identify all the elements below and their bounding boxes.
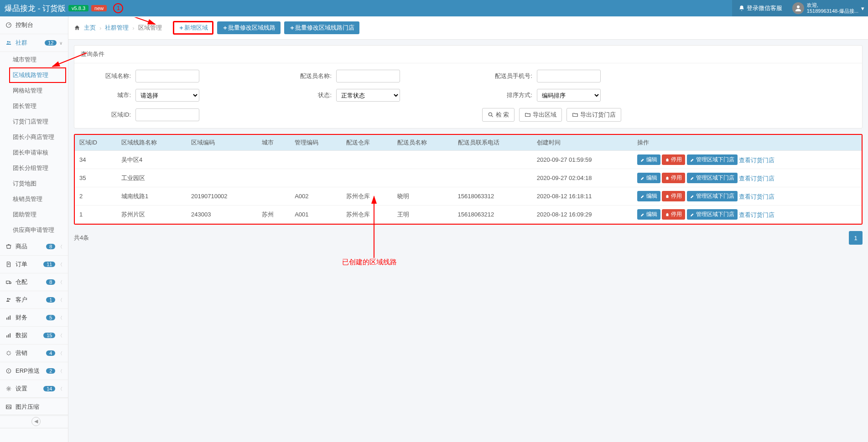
svg-point-9	[7, 298, 9, 300]
user-menu[interactable]: 欢迎,15189963148-爆品接... ▾	[789, 0, 868, 16]
table-cell	[257, 169, 290, 187]
sidebar-sub-item[interactable]: 城市管理	[0, 52, 68, 67]
edit-button[interactable]: 编辑	[637, 173, 660, 183]
sidebar-sub-item[interactable]: 供应商申请管理	[0, 222, 68, 238]
search-button[interactable]: 检 索	[482, 108, 515, 122]
area-table: 区域ID区域线路名称区域编码城市管理编码配送仓库配送员名称配送员联系电话创建时间…	[75, 135, 862, 224]
svg-line-23	[492, 116, 493, 117]
manage-stores-button[interactable]: 管理区域下门店	[687, 173, 738, 183]
sidebar-sub-item[interactable]: 团长分组管理	[0, 160, 68, 176]
sidebar-item[interactable]: 财务5 〈	[0, 309, 68, 327]
sidebar-item[interactable]: 订单11 〈	[0, 256, 68, 273]
export-area-button[interactable]: 导出区域	[519, 108, 562, 122]
column-header: 创建时间	[532, 135, 633, 151]
sidebar-item[interactable]: 数据15 〈	[0, 327, 68, 344]
table-cell: 35	[75, 169, 117, 187]
collapse-button[interactable]: ◀	[31, 417, 41, 426]
column-header: 区域ID	[75, 135, 117, 151]
table-cell: A001	[290, 206, 341, 224]
sidebar-item[interactable]: 设置14 〈	[0, 380, 68, 398]
table-cell: A002	[290, 187, 341, 206]
svg-rect-6	[6, 281, 10, 283]
table-cell: 2020-09-27 01:59:59	[532, 151, 633, 169]
batch-edit-store-button[interactable]: ＋批量修改区域线路门店	[284, 21, 359, 34]
sidebar-sub-item[interactable]: 团长管理	[0, 98, 68, 114]
sidebar-item[interactable]: 仓配8 〈	[0, 273, 68, 291]
sidebar-item-community[interactable]: 社群 12 ∨	[0, 34, 68, 52]
edit-button[interactable]: 编辑	[637, 209, 660, 220]
svg-rect-14	[6, 335, 7, 338]
city-select[interactable]: 请选择	[135, 89, 199, 102]
total-count: 共4条	[74, 234, 89, 242]
view-stores-link[interactable]: 查看订货门店	[739, 211, 774, 218]
sidebar-collapse-row: ◀	[0, 415, 68, 428]
table-cell: 城南线路1	[117, 187, 187, 206]
table-cell: 2020-09-27 02:04:18	[532, 169, 633, 187]
page-1-button[interactable]: 1	[849, 231, 863, 245]
svg-rect-15	[8, 334, 9, 338]
sidebar: 控制台 社群 12 ∨ 城市管理区域线路管理网格站管理团长管理订货门店管理团长小…	[0, 16, 68, 442]
export-store-button[interactable]: 导出订货门店	[567, 108, 621, 122]
trash-icon	[665, 176, 670, 180]
sidebar-item[interactable]: 商品8 〈	[0, 238, 68, 256]
sidebar-sub-item[interactable]: 区域线路管理	[9, 67, 66, 83]
annotation-text: 已创建的区域线路	[342, 258, 397, 267]
search-icon	[488, 112, 494, 118]
view-stores-link[interactable]: 查看订货门店	[739, 175, 774, 182]
label-sort: 排序方式:	[482, 91, 532, 99]
manage-stores-button[interactable]: 管理区域下门店	[687, 209, 738, 220]
sidebar-sub-item[interactable]: 团长申请审核	[0, 145, 68, 160]
sidebar-item[interactable]: ERP推送2 〈	[0, 362, 68, 380]
disable-button[interactable]: 停用	[662, 191, 685, 201]
table-cell	[342, 169, 393, 187]
view-stores-link[interactable]: 查看订货门店	[739, 193, 774, 200]
disable-button[interactable]: 停用	[662, 154, 685, 165]
sidebar-item-console[interactable]: 控制台	[0, 16, 68, 34]
app-title: 爆品接龙 - 订货版	[5, 3, 66, 14]
sidebar-sub-item[interactable]: 核销员管理	[0, 191, 68, 207]
filter-panel: 查询条件 区域名称: 配送员名称: 配送员手机号: 城市:请选择 状态:正常状态…	[74, 45, 863, 128]
add-area-button[interactable]: ＋新增区域	[173, 21, 213, 35]
menu-icon	[5, 243, 12, 250]
edit-button[interactable]: 编辑	[637, 154, 660, 165]
folder-icon	[572, 112, 578, 118]
crumb-community[interactable]: 社群管理	[105, 24, 129, 32]
action-cell: 编辑 停用 管理区域下门店 查看订货门店	[633, 187, 862, 206]
area-name-input[interactable]	[135, 70, 199, 82]
manage-stores-button[interactable]: 管理区域下门店	[687, 154, 738, 165]
courier-name-input[interactable]	[336, 70, 400, 82]
manage-stores-button[interactable]: 管理区域下门店	[687, 191, 738, 201]
sidebar-item[interactable]: 客户1 〈	[0, 291, 68, 309]
chevron-down-icon: ∨	[59, 41, 62, 46]
disable-button[interactable]: 停用	[662, 209, 685, 220]
top-right: 登录微信客服 欢迎,15189963148-爆品接... ▾	[732, 0, 868, 16]
crumb-home[interactable]: 主页	[84, 24, 96, 32]
sort-select[interactable]: 编码排序	[537, 89, 601, 102]
sidebar-sub-item[interactable]: 订货地图	[0, 176, 68, 191]
edit-button[interactable]: 编辑	[637, 191, 660, 201]
table-footer: 共4条 1	[74, 231, 863, 245]
batch-edit-route-button[interactable]: ＋批量修改区域线路	[217, 21, 281, 34]
column-header: 城市	[257, 135, 290, 151]
label-courier-name: 配送员名称:	[281, 72, 332, 80]
menu-icon	[5, 350, 12, 356]
badge: 8	[46, 244, 55, 249]
table-row: 2城南线路120190710002A002苏州仓库晓明1561806331220…	[75, 187, 862, 206]
view-stores-link[interactable]: 查看订货门店	[739, 157, 774, 164]
svg-rect-16	[10, 333, 10, 337]
disable-button[interactable]: 停用	[662, 173, 685, 183]
table-cell: 1	[75, 206, 117, 224]
login-wechat-cs-button[interactable]: 登录微信客服	[732, 0, 789, 16]
sidebar-item[interactable]: 营销4 〈	[0, 344, 68, 362]
sidebar-item-image-compress[interactable]: 图片压缩	[0, 398, 68, 416]
action-cell: 编辑 停用 管理区域下门店 查看订货门店	[633, 206, 862, 224]
area-id-input[interactable]	[135, 108, 199, 121]
status-select[interactable]: 正常状态	[336, 89, 400, 102]
sidebar-sub-item[interactable]: 网格站管理	[0, 83, 68, 98]
trash-icon	[665, 194, 670, 199]
label-area-name: 区域名称:	[81, 72, 131, 80]
sidebar-sub-item[interactable]: 团助管理	[0, 207, 68, 222]
courier-phone-input[interactable]	[537, 70, 601, 82]
sidebar-sub-item[interactable]: 团长小商店管理	[0, 129, 68, 145]
sidebar-sub-item[interactable]: 订货门店管理	[0, 114, 68, 129]
